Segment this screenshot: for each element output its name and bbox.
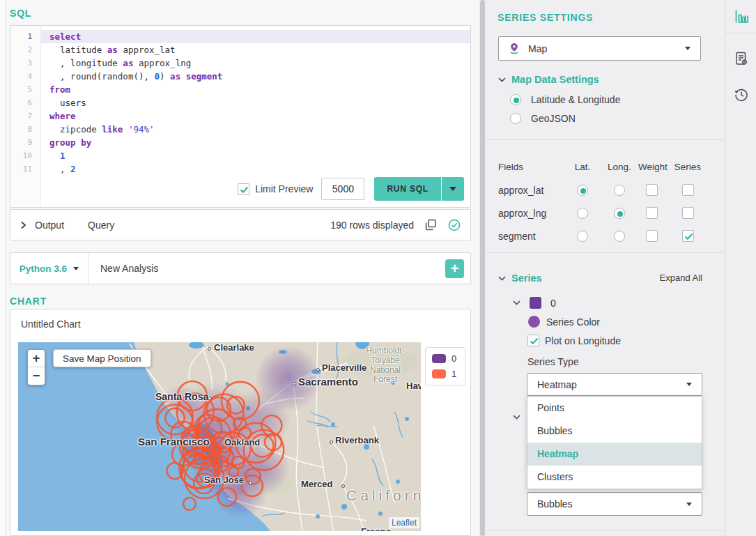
legend-item: 1 <box>432 369 458 379</box>
series-color-dot[interactable] <box>528 316 540 328</box>
segment-weight-control[interactable] <box>646 230 658 242</box>
history-icon <box>734 87 749 102</box>
approx_lat-long-control[interactable] <box>614 185 625 196</box>
scrollbar-thumb[interactable] <box>480 0 485 536</box>
legend-swatch <box>432 354 446 363</box>
sql-line-number: 4 <box>10 70 40 83</box>
series-type-select[interactable]: Heatmap <box>527 373 702 396</box>
vertical-scrollbar[interactable] <box>479 0 486 536</box>
map-city-dot <box>249 481 252 484</box>
tab-query[interactable]: Query <box>88 220 114 231</box>
zoom-out-button[interactable]: − <box>28 367 45 385</box>
series-1-type-select[interactable]: Bubbles <box>527 492 702 516</box>
output-bar: Output Query 190 rows displayed <box>10 209 471 240</box>
plot-on-longitude-checkbox[interactable] <box>527 335 539 346</box>
chart-name[interactable]: Untitled Chart <box>21 319 81 330</box>
series-0-swatch <box>530 297 541 309</box>
history-tab[interactable] <box>725 81 756 109</box>
approx_lng-series-control[interactable] <box>682 207 694 219</box>
copy-icon[interactable] <box>425 219 437 231</box>
query-status-check-icon[interactable] <box>448 219 461 231</box>
limit-preview-input[interactable] <box>321 178 364 200</box>
map-label: Fresno <box>361 526 391 531</box>
series-1-chevron-icon[interactable] <box>513 415 520 420</box>
map-labels-layer: ClearlakeSanta RosaSacramentoPlacerville… <box>18 342 421 531</box>
approx_lat-lat-control[interactable] <box>577 185 588 196</box>
series-type-label: Series Type <box>527 356 579 367</box>
series-type-option-heatmap[interactable]: Heatmap <box>527 443 702 466</box>
sql-code-line: , longitude as approx_lng <box>41 56 470 70</box>
map[interactable]: ClearlakeSanta RosaSacramentoPlacerville… <box>18 342 421 531</box>
map-legend: 01 <box>425 347 465 385</box>
series-0-row[interactable]: 0 <box>513 297 556 309</box>
series-1-type-value: Bubbles <box>537 498 573 510</box>
plot-on-longitude-row[interactable]: Plot on Longitude <box>527 335 621 346</box>
series-color-row[interactable]: Series Color <box>528 316 600 328</box>
sql-line-number: 7 <box>10 109 40 123</box>
leaflet-attribution[interactable]: Leaflet <box>389 517 419 528</box>
expand-all-link[interactable]: Expand All <box>486 273 702 283</box>
sql-editor[interactable]: 1234567891011 select latitude as approx_… <box>10 25 471 208</box>
segment-series-control[interactable] <box>682 230 694 242</box>
add-analysis-button[interactable]: + <box>445 259 464 278</box>
sql-line-number: 3 <box>10 56 40 70</box>
zoom-in-button[interactable]: + <box>28 350 45 367</box>
segment-long-control[interactable] <box>614 231 625 242</box>
legend-item: 0 <box>432 353 458 364</box>
map-city-dot <box>208 397 212 400</box>
series-0-label: 0 <box>550 298 556 309</box>
map-label: Sacramento <box>298 376 358 388</box>
series-type-option-bubbles[interactable]: Bubbles <box>527 420 702 443</box>
run-sql-dropdown-button[interactable] <box>441 177 464 201</box>
approx_lng-lat-control[interactable] <box>577 208 588 219</box>
caret-down-icon <box>686 383 692 386</box>
chart-icon <box>734 9 748 24</box>
analysis-name[interactable]: New Analysis <box>100 263 158 274</box>
approx_lat-series-control[interactable] <box>682 184 694 196</box>
kernel-select[interactable]: Python 3.6 <box>10 253 88 284</box>
sql-line-number: 2 <box>10 43 40 56</box>
chart-section-title: CHART <box>10 296 47 307</box>
approx_lng-weight-control[interactable] <box>646 207 658 219</box>
approx_lng-long-control[interactable] <box>614 208 625 219</box>
field-name: approx_lat <box>498 185 564 196</box>
map-data-settings-header[interactable]: Map Data Settings <box>498 74 599 85</box>
sql-code-line: , round(random(), 0) as segment <box>41 70 470 83</box>
geojson-radio[interactable] <box>510 113 521 124</box>
fields-header: Lat. <box>564 162 601 172</box>
field-name: segment <box>498 231 564 242</box>
kernel-label: Python 3.6 <box>20 263 67 274</box>
limit-preview-checkbox[interactable] <box>238 183 249 195</box>
map-label: Merced <box>301 479 333 489</box>
run-sql-button[interactable]: RUN SQL <box>374 177 441 201</box>
series-type-option-clusters[interactable]: Clusters <box>527 466 702 489</box>
report-settings-tab[interactable] <box>725 42 756 75</box>
chart-settings-tab[interactable] <box>725 0 756 33</box>
save-map-position-button[interactable]: Save Map Position <box>53 349 151 367</box>
series-settings-title: SERIES SETTINGS <box>497 12 593 23</box>
right-toolbar <box>725 0 756 536</box>
tab-output[interactable]: Output <box>35 220 64 231</box>
geojson-radio-row[interactable]: GeoJSON <box>510 113 576 124</box>
latlong-radio[interactable] <box>510 94 521 105</box>
main-column: SQL 1234567891011 select latitude as app… <box>6 0 479 536</box>
left-rail <box>0 0 6 536</box>
sql-line-number: 1 <box>10 30 40 43</box>
sql-code-line: group by <box>41 136 470 149</box>
map-label: Oakland <box>224 437 260 447</box>
series-type-option-points[interactable]: Points <box>527 397 702 420</box>
chart-type-value: Map <box>528 43 547 54</box>
geojson-radio-label: GeoJSON <box>531 113 576 124</box>
map-city-dot <box>208 347 211 351</box>
approx_lat-weight-control[interactable] <box>646 184 658 196</box>
fields-row-segment: segment <box>498 224 711 247</box>
field-name: approx_lng <box>498 208 564 219</box>
chart-type-select[interactable]: Map <box>498 36 701 61</box>
latlong-radio-label: Latitude & Longitude <box>531 94 620 105</box>
fields-row-approx_lng: approx_lng <box>498 201 711 224</box>
sql-code[interactable]: select latitude as approx_lat , longitud… <box>41 26 470 176</box>
map-label: San Francisco <box>138 436 210 447</box>
chevron-right-icon[interactable] <box>20 221 26 229</box>
latlong-radio-row[interactable]: Latitude & Longitude <box>510 94 620 105</box>
segment-lat-control[interactable] <box>577 231 588 242</box>
